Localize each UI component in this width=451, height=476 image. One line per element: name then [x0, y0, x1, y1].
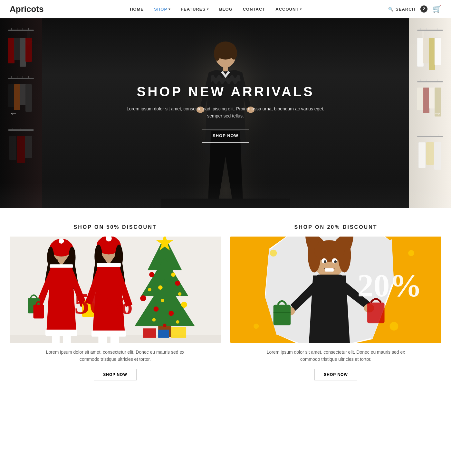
svg-point-88: [163, 324, 167, 327]
svg-point-87: [176, 320, 179, 324]
promo-desc-50: Lorem ipsum dolor sit amet, consectetur …: [43, 349, 188, 363]
svg-rect-47: [426, 142, 434, 165]
svg-point-144: [408, 250, 414, 256]
nav-contact[interactable]: CONTACT: [243, 7, 265, 12]
svg-rect-105: [63, 334, 71, 343]
svg-point-81: [153, 306, 158, 312]
arrow-left-icon: ←: [10, 109, 17, 117]
hero-content: SHOP NEW ARRIVALS Lorem ipsum dolor sit …: [113, 84, 338, 143]
svg-rect-133: [325, 268, 334, 272]
nav-shop[interactable]: SHOP ▾: [154, 7, 170, 12]
svg-point-128: [314, 240, 345, 262]
promo-image-50: 50%: [10, 237, 221, 343]
cart-count-badge: 2: [420, 5, 427, 13]
svg-rect-36: [417, 88, 424, 110]
svg-rect-90: [158, 330, 169, 338]
promo-image-20: 20%: [230, 237, 441, 343]
chevron-down-icon: ▾: [300, 7, 302, 11]
nav-account[interactable]: ACCOUNT ▾: [275, 7, 302, 12]
svg-rect-17: [25, 84, 32, 112]
svg-point-54: [214, 47, 220, 61]
svg-rect-104: [52, 334, 60, 343]
svg-point-76: [175, 281, 180, 286]
header-actions: 🔍 SEARCH 2 🛒: [388, 5, 441, 13]
svg-point-83: [148, 288, 151, 292]
svg-rect-20: [9, 136, 16, 160]
svg-rect-100: [45, 330, 77, 336]
svg-rect-134: [316, 275, 342, 283]
promo-card-20: SHOP ON 20% DISCOUNT: [230, 224, 441, 380]
svg-rect-8: [25, 38, 32, 62]
search-button[interactable]: 🔍 SEARCH: [388, 7, 415, 12]
svg-point-85: [161, 299, 164, 302]
promo-title-50: SHOP ON 50% DISCOUNT: [74, 224, 157, 230]
svg-point-141: [270, 250, 277, 257]
svg-rect-4: [14, 38, 20, 60]
svg-point-79: [140, 295, 146, 301]
nav-features[interactable]: FEATURES ▾: [181, 7, 209, 12]
nav-blog[interactable]: BLOG: [219, 7, 233, 12]
svg-text:20%: 20%: [357, 267, 422, 303]
svg-rect-91: [171, 327, 186, 338]
promo-desc-20: Lorem ipsum dolor sit amet, consectetur …: [264, 349, 408, 363]
svg-rect-118: [110, 335, 119, 343]
svg-rect-33: [435, 38, 441, 65]
svg-point-142: [390, 322, 398, 331]
hero-description: Lorem ipsum dolor sit amet, consectetoad…: [126, 105, 325, 120]
hero-title: SHOP NEW ARRIVALS: [126, 84, 325, 99]
hero-prev-button[interactable]: ←: [6, 106, 21, 121]
main-nav: HOME SHOP ▾ FEATURES ▾ BLOG CONTACT ACCO…: [130, 7, 302, 12]
promo-20-image: 20%: [230, 237, 441, 343]
svg-rect-18: [8, 129, 34, 131]
svg-rect-29: [423, 38, 429, 63]
svg-rect-43: [417, 136, 443, 137]
svg-point-86: [152, 318, 156, 322]
svg-rect-136: [273, 305, 291, 325]
svg-rect-6: [20, 38, 26, 67]
promo-50-image: 50%: [10, 237, 221, 343]
svg-point-131: [324, 260, 326, 263]
hero-rack-right: [409, 18, 451, 208]
svg-rect-139: [367, 303, 384, 323]
promo-shop-button-50[interactable]: Shop Now: [94, 369, 136, 380]
svg-rect-45: [418, 142, 426, 168]
svg-rect-0: [8, 30, 34, 31]
svg-rect-2: [8, 38, 14, 63]
svg-point-96: [59, 238, 64, 244]
svg-rect-31: [429, 38, 435, 70]
svg-rect-9: [8, 78, 34, 79]
logo[interactable]: Apricots: [10, 4, 43, 14]
svg-point-75: [149, 272, 154, 277]
svg-rect-25: [417, 30, 443, 31]
chevron-down-icon: ▾: [168, 7, 170, 11]
svg-rect-22: [17, 136, 25, 163]
svg-rect-89: [143, 328, 156, 338]
hero-background: SHOP NEW ARRIVALS Lorem ipsum dolor sit …: [0, 18, 451, 208]
cart-icon: 🛒: [433, 5, 441, 13]
svg-rect-99: [50, 264, 73, 268]
hero-next-button[interactable]: →: [430, 106, 445, 121]
svg-point-143: [254, 324, 259, 329]
nav-home[interactable]: HOME: [130, 7, 144, 12]
chevron-down-icon: ▾: [207, 7, 209, 11]
promo-card-50: SHOP ON 50% DISCOUNT: [10, 224, 221, 380]
svg-point-82: [168, 311, 174, 316]
promo-title-20: SHOP ON 20% DISCOUNT: [294, 224, 378, 230]
header: Apricots HOME SHOP ▾ FEATURES ▾ BLOG CON…: [0, 0, 451, 18]
promo-shop-button-20[interactable]: Shop Now: [314, 369, 357, 380]
svg-rect-27: [417, 38, 424, 67]
svg-rect-114: [97, 263, 121, 267]
svg-rect-38: [423, 88, 429, 113]
svg-rect-34: [417, 81, 443, 82]
svg-rect-115: [91, 331, 126, 337]
svg-point-77: [158, 285, 162, 290]
hero-shop-now-button[interactable]: Shop Now: [202, 129, 249, 143]
hero-section: SHOP NEW ARRIVALS Lorem ipsum dolor sit …: [0, 18, 451, 208]
svg-rect-102: [34, 305, 44, 319]
promo-section: SHOP ON 50% DISCOUNT: [0, 208, 451, 393]
svg-rect-15: [20, 84, 26, 105]
cart-button[interactable]: 🛒: [433, 5, 441, 13]
svg-rect-11: [8, 84, 14, 107]
search-icon: 🔍: [388, 7, 394, 12]
svg-point-132: [334, 260, 337, 263]
